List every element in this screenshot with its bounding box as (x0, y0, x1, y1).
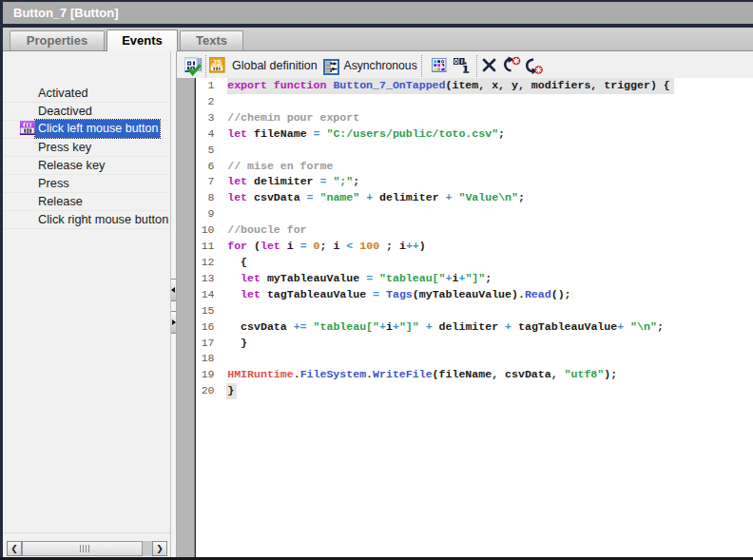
svg-text:JS: JS (212, 57, 222, 66)
